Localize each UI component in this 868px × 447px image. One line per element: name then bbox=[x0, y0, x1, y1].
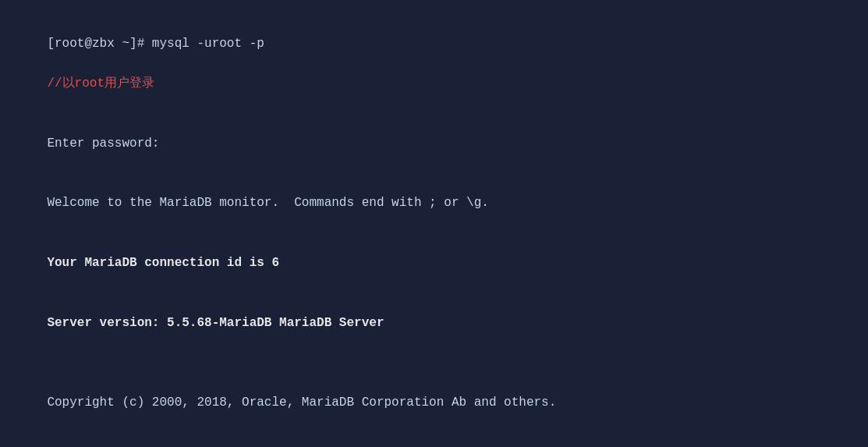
terminal-window: [root@zbx ~]# mysql -uroot -p //以root用户登… bbox=[0, 0, 868, 447]
line1-text: [root@zbx ~]# mysql -uroot -p bbox=[47, 37, 264, 51]
line7-text: Copyright (c) 2000, 2018, Oracle, MariaD… bbox=[47, 396, 556, 410]
terminal-line-2: Enter password: bbox=[17, 114, 851, 174]
line3-text: Welcome to the MariaDB monitor. Commands… bbox=[47, 196, 489, 210]
line4-text: Your MariaDB connection id is 6 bbox=[47, 256, 279, 270]
terminal-line-7: Copyright (c) 2000, 2018, Oracle, MariaD… bbox=[17, 374, 851, 434]
line1-comment: //以root用户登录 bbox=[47, 76, 154, 90]
terminal-line-6-empty bbox=[17, 353, 851, 374]
terminal-line-1: [root@zbx ~]# mysql -uroot -p //以root用户登… bbox=[17, 14, 851, 114]
terminal-line-5: Server version: 5.5.68-MariaDB MariaDB S… bbox=[17, 293, 851, 353]
terminal-line-3: Welcome to the MariaDB monitor. Commands… bbox=[17, 174, 851, 234]
terminal-line-4: Your MariaDB connection id is 6 bbox=[17, 234, 851, 294]
terminal-line-8-empty bbox=[17, 433, 851, 447]
line2-text: Enter password: bbox=[47, 137, 159, 151]
line5-text: Server version: 5.5.68-MariaDB MariaDB S… bbox=[47, 316, 384, 330]
